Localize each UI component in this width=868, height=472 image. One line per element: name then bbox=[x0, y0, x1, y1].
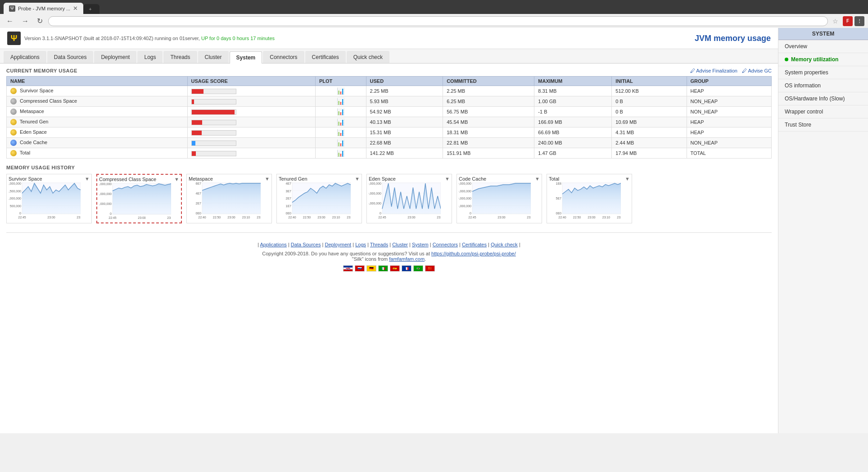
sidebar-item-trust-store[interactable]: Trust Store bbox=[778, 118, 868, 132]
row-plot[interactable]: 📊 bbox=[315, 96, 366, 107]
row-plot[interactable]: 📊 bbox=[315, 148, 366, 159]
chart-header: Eden Space ▼ bbox=[369, 176, 450, 182]
chart-dropdown[interactable]: ▼ bbox=[355, 176, 360, 182]
footer-link-logs[interactable]: Logs bbox=[355, 242, 366, 247]
footer-silk-link[interactable]: famfamfam.com bbox=[389, 256, 425, 262]
svg-text:22:50: 22:50 bbox=[573, 216, 581, 219]
advise-finalization-button[interactable]: 🖊 Advise Finalization bbox=[690, 68, 737, 73]
flag-de[interactable]: 🇩🇪 bbox=[366, 265, 376, 272]
sidebar-item-os-information[interactable]: OS information bbox=[778, 79, 868, 92]
chart-container: Compressed Class Space ▼ 6,000,000 4,000… bbox=[96, 174, 182, 223]
row-plot[interactable]: 📊 bbox=[315, 138, 366, 148]
sidebar-item-wrapper-control[interactable]: Wrapper control bbox=[778, 105, 868, 118]
flag-cn[interactable]: 🇨🇳 bbox=[425, 265, 435, 272]
sidebar-item-os/hardware-info-(slow)[interactable]: OS/Hardware Info (Slow) bbox=[778, 92, 868, 105]
footer-link-datasources[interactable]: Data Sources bbox=[291, 242, 321, 247]
footer-link-deployment[interactable]: Deployment bbox=[325, 242, 351, 247]
row-plot[interactable]: 📊 bbox=[315, 127, 366, 138]
active-tab[interactable]: Ψ Probe - JVM memory ... ✕ bbox=[4, 3, 83, 14]
bookmark-icon[interactable]: ☆ bbox=[831, 17, 840, 26]
footer-link-connectors[interactable]: Connectors bbox=[433, 242, 458, 247]
chart-dropdown[interactable]: ▼ bbox=[265, 176, 270, 182]
tab-cluster[interactable]: Cluster bbox=[198, 51, 229, 63]
footer-link-applications[interactable]: Applications bbox=[260, 242, 287, 247]
address-input[interactable]: 120.77.154.63:8080/probe/memory.htm bbox=[48, 16, 828, 26]
chart-dropdown[interactable]: ▼ bbox=[445, 176, 450, 182]
uptime-link[interactable]: UP for 0 days 0 hours 17 minutes bbox=[201, 36, 275, 41]
usage-bar-fill bbox=[192, 120, 203, 125]
browser-tabs: Ψ Probe - JVM memory ... ✕ + bbox=[4, 3, 864, 14]
sidebar-item-label: OS information bbox=[785, 82, 821, 89]
ext-icon-1: F bbox=[843, 16, 853, 26]
memory-history-section: MEMORY USAGE HISTORY Survivor Space ▼ 2,… bbox=[6, 165, 772, 223]
row-icon bbox=[10, 119, 17, 125]
svg-text:4E7: 4E7 bbox=[286, 182, 292, 185]
svg-text:15,000,000: 15,000,000 bbox=[459, 190, 471, 193]
row-initial: 17.94 MB bbox=[612, 148, 687, 159]
tab-connectors[interactable]: Connectors bbox=[263, 51, 304, 63]
back-button[interactable]: ← bbox=[4, 16, 16, 26]
tab-quick-check[interactable]: Quick check bbox=[347, 51, 389, 63]
footer-link-system[interactable]: System bbox=[412, 242, 429, 247]
sidebar-item-system-properties[interactable]: System properties bbox=[778, 66, 868, 79]
tab-threads[interactable]: Threads bbox=[163, 51, 197, 63]
nav-tabs: Applications Data Sources Deployment Log… bbox=[0, 49, 778, 64]
footer-link-certificates[interactable]: Certificates bbox=[462, 242, 487, 247]
tab-applications[interactable]: Applications bbox=[4, 51, 46, 63]
advise-gc-button[interactable]: 🖊 Advise GC bbox=[742, 68, 772, 73]
svg-text:500,000: 500,000 bbox=[10, 204, 21, 208]
svg-text:2E7: 2E7 bbox=[286, 197, 292, 200]
tab-logs[interactable]: Logs bbox=[137, 51, 163, 63]
footer-github-link[interactable]: https://github.com/psi-probe/psi-probe/ bbox=[431, 251, 516, 256]
flag-ru[interactable]: 🇷🇺 bbox=[355, 265, 365, 272]
plot-icon[interactable]: 📊 bbox=[337, 118, 344, 126]
col-maximum: MAXIMUM bbox=[534, 77, 612, 86]
row-committed: 18.31 MB bbox=[443, 127, 534, 138]
chart-dropdown[interactable]: ▼ bbox=[174, 177, 179, 182]
sidebar-item-memory-utilization[interactable]: Memory utilization bbox=[778, 53, 868, 66]
tab-certificates[interactable]: Certificates bbox=[305, 51, 346, 63]
row-plot[interactable]: 📊 bbox=[315, 117, 366, 127]
plot-icon[interactable]: 📊 bbox=[337, 87, 344, 95]
refresh-button[interactable]: ↻ bbox=[34, 16, 45, 26]
forward-button[interactable]: → bbox=[19, 16, 32, 26]
usage-bar bbox=[191, 109, 236, 115]
plot-icon[interactable]: 📊 bbox=[337, 139, 344, 146]
row-plot[interactable]: 📊 bbox=[315, 86, 366, 96]
footer-link-threads[interactable]: Threads bbox=[370, 242, 388, 247]
new-tab-button[interactable]: + bbox=[83, 4, 99, 14]
footer: | Applications | Data Sources | Deployme… bbox=[6, 232, 772, 276]
current-memory-title: CURRENT MEMORY USAGE bbox=[6, 68, 772, 73]
flag-br[interactable]: 🇧🇷 bbox=[413, 265, 423, 272]
footer-link-quickcheck[interactable]: Quick check bbox=[491, 242, 518, 247]
flag-uk[interactable]: 🇬🇧 bbox=[343, 265, 353, 272]
plot-icon[interactable]: 📊 bbox=[337, 150, 344, 157]
tab-deployment[interactable]: Deployment bbox=[94, 51, 136, 63]
row-usage-score bbox=[187, 96, 315, 107]
chart-dropdown[interactable]: ▼ bbox=[85, 176, 90, 182]
chart-dropdown[interactable]: ▼ bbox=[535, 176, 540, 182]
svg-text:0E0: 0E0 bbox=[286, 212, 292, 215]
plot-icon[interactable]: 📊 bbox=[337, 129, 344, 136]
row-plot[interactable]: 📊 bbox=[315, 107, 366, 117]
footer-link-cluster[interactable]: Cluster bbox=[392, 242, 408, 247]
flag-es[interactable]: 🇪🇸 bbox=[390, 265, 400, 272]
flag-fr[interactable]: 🇫🇷 bbox=[402, 265, 411, 272]
chart-svg: 6,000,000 4,000,000 2,000,000 0 22:4523:… bbox=[99, 183, 171, 221]
svg-text:23:15: 23:15 bbox=[167, 216, 171, 219]
tab-system[interactable]: System bbox=[230, 51, 262, 64]
tab-data-sources[interactable]: Data Sources bbox=[47, 51, 94, 63]
plot-icon[interactable]: 📊 bbox=[337, 98, 344, 105]
svg-text:22:45: 22:45 bbox=[468, 216, 476, 219]
flag-it[interactable]: 🇮🇹 bbox=[378, 265, 388, 272]
chart-header: Code Cache ▼ bbox=[459, 176, 540, 182]
table-row: Total 📊 141.22 MB 151.91 MB 1.47 GB 17.9… bbox=[7, 148, 772, 159]
plot-icon[interactable]: 📊 bbox=[337, 108, 344, 115]
chart-dropdown[interactable]: ▼ bbox=[625, 176, 630, 182]
sidebar-item-overview[interactable]: Overview bbox=[778, 40, 868, 53]
svg-text:0: 0 bbox=[380, 212, 381, 215]
row-group: HEAP bbox=[687, 127, 771, 138]
svg-text:6E7: 6E7 bbox=[196, 182, 202, 185]
svg-text:23:00: 23:00 bbox=[407, 216, 416, 219]
tab-close-button[interactable]: ✕ bbox=[73, 5, 78, 12]
